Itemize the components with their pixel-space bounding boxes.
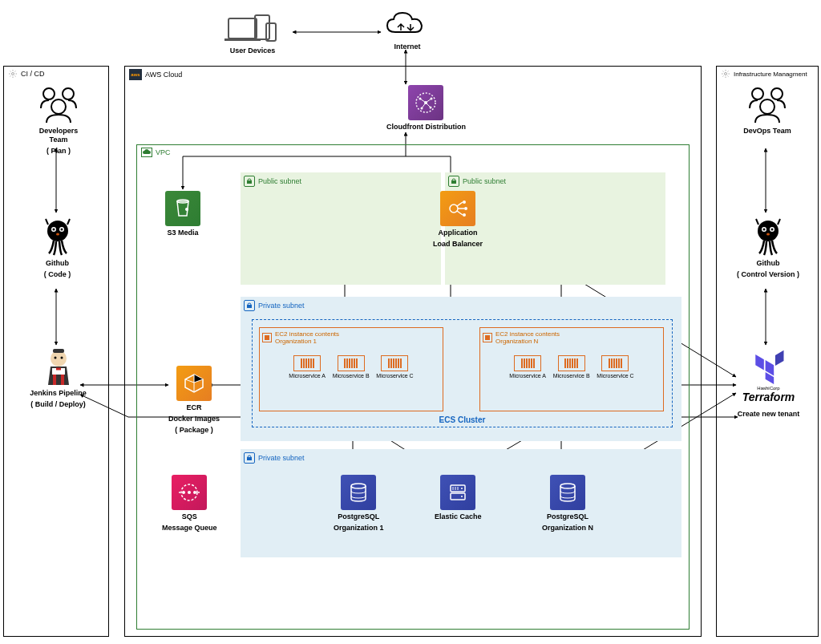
ecs-cluster-label: ECS Cluster: [439, 415, 486, 424]
svg-rect-46: [247, 305, 252, 308]
svg-rect-39: [451, 180, 456, 184]
svg-point-25: [52, 229, 55, 231]
ec2-box-1: EC2 instance contentsOrganization 1 Micr…: [259, 327, 443, 411]
database-icon: [550, 475, 585, 510]
svg-point-20: [63, 88, 74, 99]
svg-point-52: [188, 491, 191, 494]
cloudfront-label: Cloudfront Distribution: [386, 123, 466, 132]
public-subnet-1: Public subnet: [241, 172, 441, 285]
ecr-label-1: ECR: [168, 403, 220, 412]
svg-point-41: [185, 208, 188, 211]
pgn-label-1: PostgreSQL: [542, 512, 593, 521]
svg-point-54: [351, 484, 366, 488]
ec2-box-n: EC2 instance contentsOrganization N Micr…: [479, 327, 664, 411]
cache-label: Elastic Cache: [435, 512, 482, 521]
vpc-icon: [141, 148, 152, 157]
alb-icon: [440, 191, 475, 226]
dev-team: Developers Team ( Plan ): [30, 84, 87, 155]
devices-icon: [224, 12, 281, 44]
users-icon: [743, 84, 791, 124]
container-icon: [381, 355, 408, 371]
gear-icon: [721, 69, 730, 79]
gear-icon: [8, 69, 18, 79]
postgres-n: PostgreSQL Organization N: [542, 475, 593, 533]
svg-point-45: [463, 213, 466, 217]
postgres-1: PostgreSQL Organization 1: [334, 475, 384, 533]
terraform: HashiCorp Terraform Create new tenant: [734, 349, 803, 419]
aws-logo-icon: aws: [129, 69, 142, 80]
ecr-icon: [176, 366, 212, 401]
internet: Internet: [383, 8, 431, 51]
vpc-title: VPC: [156, 148, 171, 156]
sqs-icon: [172, 475, 207, 510]
svg-rect-29: [53, 349, 64, 353]
github-icon: [748, 217, 788, 257]
svg-rect-47: [265, 335, 269, 340]
cicd-github-label: Github: [35, 259, 79, 268]
jenkins-sub: ( Build / Deploy): [24, 400, 92, 409]
s3-label: S3 Media: [165, 229, 200, 237]
infra-github: Github ( Control Version ): [736, 217, 800, 279]
lock-icon: [244, 452, 255, 464]
user-devices: User Devices: [224, 12, 281, 55]
aws-title: AWS Cloud: [145, 71, 182, 79]
svg-point-61: [752, 88, 763, 99]
svg-point-42: [450, 205, 458, 213]
priv2-header: Private subnet: [241, 449, 681, 467]
ec2-n-title-2: Organization N: [495, 338, 538, 345]
pgn-label-2: Organization N: [542, 524, 593, 533]
devops-label: DevOps Team: [739, 127, 795, 136]
pub2-header: Public subnet: [445, 172, 665, 190]
pub1-header: Public subnet: [241, 172, 441, 190]
jenkins: Jenkins Pipeline ( Build / Deploy): [24, 346, 92, 409]
internet-label: Internet: [383, 43, 431, 51]
microservice-b-1: Microservice B: [333, 355, 370, 379]
container-icon: [514, 355, 541, 371]
cloudfront-icon: [408, 85, 443, 120]
svg-point-43: [463, 200, 466, 204]
devops-team: DevOps Team: [739, 84, 795, 136]
priv2-label: Private subnet: [258, 454, 305, 462]
svg-point-19: [43, 88, 55, 99]
elastic-cache: Elastic Cache: [435, 475, 482, 521]
infra-header: Infrastructure Managment: [717, 67, 818, 81]
svg-rect-38: [247, 180, 252, 184]
infra-github-sub: ( Control Version ): [736, 270, 800, 279]
svg-point-53: [193, 491, 196, 494]
ms-b-label: Microservice B: [333, 373, 370, 379]
alb: Application Load Balancer: [433, 191, 483, 249]
pub1-label: Public subnet: [258, 177, 301, 185]
lock-icon: [244, 300, 255, 311]
container-icon: [293, 355, 321, 371]
ms-a-label: Microservice A: [509, 373, 546, 379]
svg-rect-17: [266, 23, 276, 41]
svg-point-21: [51, 99, 66, 114]
ec2-n-title-1: EC2 instance contents: [495, 330, 560, 338]
microservice-a-n: Microservice A: [509, 355, 546, 379]
dev-team-label: Developers Team: [30, 127, 87, 144]
ms-b-label: Microservice B: [553, 373, 590, 379]
users-icon: [34, 84, 83, 124]
svg-point-26: [60, 229, 63, 231]
svg-rect-49: [247, 457, 252, 460]
infra-github-label: Github: [736, 259, 800, 268]
database-icon: [341, 475, 376, 510]
svg-rect-48: [485, 335, 490, 340]
svg-point-60: [725, 73, 727, 75]
ec2-1-header: EC2 instance contentsOrganization 1: [260, 328, 443, 347]
cicd-github-sub: ( Code ): [35, 270, 79, 279]
microservice-a-1: Microservice A: [289, 355, 326, 379]
cicd-title: CI / CD: [21, 70, 45, 78]
priv1-label: Private subnet: [258, 302, 305, 310]
svg-point-31: [60, 357, 63, 359]
lock-icon: [448, 176, 459, 187]
svg-point-59: [560, 484, 575, 488]
sqs: SQS Message Queue: [162, 475, 217, 533]
microservice-c-n: Microservice C: [597, 355, 633, 379]
cicd-github: Github ( Code ): [35, 217, 79, 279]
alb-label-1: Application: [433, 229, 483, 237]
jenkins-label: Jenkins Pipeline: [24, 389, 92, 398]
terraform-sub: Create new tenant: [734, 410, 803, 419]
svg-rect-14: [229, 18, 257, 38]
cicd-header: CI / CD: [4, 67, 108, 81]
